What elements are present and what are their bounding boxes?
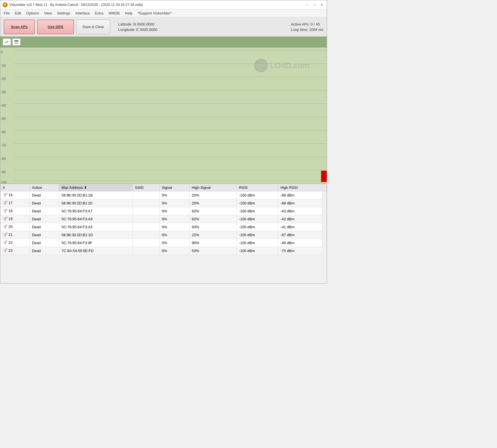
viewbar xyxy=(0,37,327,47)
table-row[interactable]: 17Dead58:96:30:2D:B1:200%20%-100 dBm-88 … xyxy=(1,199,327,207)
table-row[interactable]: 22Dead5C:76:95:64:F3:9F0%90%-100 dBm-46 … xyxy=(1,239,327,247)
col-ssid[interactable]: SSID xyxy=(133,184,159,191)
col-rssi[interactable]: RSSI xyxy=(237,184,278,191)
watermark-icon xyxy=(254,59,268,72)
sort-icon: ⬆ xyxy=(84,185,87,190)
cell-ssid xyxy=(133,239,159,247)
cell-ssid xyxy=(133,231,159,239)
cell-signal: 0% xyxy=(159,231,189,239)
cell-high-rssi: -46 dBm xyxy=(278,239,322,247)
table-row[interactable]: 23Dead7C:9A:54:55:5E:FD0%53%-100 dBm-75 … xyxy=(1,247,327,255)
menu-help[interactable]: Help xyxy=(123,10,135,16)
cell-high-rssi: -87 dBm xyxy=(278,231,322,239)
close-button[interactable]: ✕ xyxy=(319,2,324,7)
col-high-signal[interactable]: High Signal xyxy=(189,184,237,191)
menu-view[interactable]: View xyxy=(42,10,54,16)
col-num[interactable]: # xyxy=(1,184,30,191)
svg-point-23 xyxy=(5,236,6,236)
svg-point-8 xyxy=(5,196,6,197)
save-clear-button[interactable]: Save & Clear xyxy=(76,20,110,34)
cell-high-rssi: -41 dBm xyxy=(278,223,322,231)
menubar: File Edit Options View Settings Interfac… xyxy=(0,9,327,17)
app-icon: V xyxy=(3,2,8,7)
watermark-text: LO4D.com xyxy=(270,61,310,70)
cell-mac: 5C:76:95:64:F3:A9 xyxy=(59,215,133,223)
cell-num: 20 xyxy=(1,223,30,231)
svg-point-29 xyxy=(5,252,6,252)
menu-edit[interactable]: Edit xyxy=(12,10,23,16)
menu-wifidb[interactable]: WifiDB xyxy=(106,10,122,16)
menu-interface[interactable]: Interface xyxy=(73,10,92,16)
cell-ssid xyxy=(133,223,159,231)
table-row[interactable]: 19Dead5C:76:95:64:F3:A90%92%-100 dBm-42 … xyxy=(1,215,327,223)
menu-extra[interactable]: Extra xyxy=(93,10,106,16)
minimize-button[interactable]: ─ xyxy=(305,2,310,7)
col-active[interactable]: Active xyxy=(29,184,59,191)
wifi-row-icon xyxy=(3,232,7,237)
titlebar: V Vistumbler v10.7 Beta 11 - By Andrew C… xyxy=(0,0,327,9)
cell-active: Dead xyxy=(29,239,59,247)
cell-high-signal: 92% xyxy=(189,207,237,215)
svg-point-26 xyxy=(5,244,6,244)
cell-mac: 5C:76:95:64:F3:A5 xyxy=(59,223,133,231)
cell-num: 22 xyxy=(1,239,30,247)
col-signal[interactable]: Signal xyxy=(159,184,189,191)
cell-high-rssi: -75 dBm xyxy=(278,247,322,255)
wifi-row-icon xyxy=(3,200,7,205)
toolbar-info: Latitude: N 0000.0000 Longitude: E 0000.… xyxy=(112,22,260,32)
menu-options[interactable]: Options xyxy=(24,10,41,16)
y-label-20: -20 xyxy=(1,77,6,81)
cell-signal: 0% xyxy=(159,223,189,231)
svg-rect-1 xyxy=(14,41,18,42)
cell-high-signal: 93% xyxy=(189,223,237,231)
col-high-rssi[interactable]: High RSSI xyxy=(278,184,322,191)
cell-high-rssi: -88 dBm xyxy=(278,199,322,207)
cell-active: Dead xyxy=(29,199,59,207)
cell-num: 21 xyxy=(1,231,30,239)
cell-high-rssi: -43 dBm xyxy=(278,207,322,215)
maximize-button[interactable]: □ xyxy=(312,2,317,7)
table-row[interactable]: 16Dead58:96:30:2D:B1:1B0%20%-100 dBm-88 … xyxy=(1,191,327,199)
menu-file[interactable]: File xyxy=(1,10,12,16)
cell-signal: 0% xyxy=(159,207,189,215)
grid-line-90 xyxy=(14,170,327,170)
table-view-button[interactable] xyxy=(12,38,21,46)
use-gps-button[interactable]: Use GPS xyxy=(37,20,74,34)
table-row[interactable]: 18Dead5C:76:95:64:F3:A70%92%-100 dBm-43 … xyxy=(1,207,327,215)
grid-line-40 xyxy=(14,103,327,104)
cell-signal: 0% xyxy=(159,239,189,247)
wifi-row-icon xyxy=(3,208,7,213)
cell-ssid xyxy=(133,207,159,215)
watermark: LO4D.com xyxy=(254,59,310,72)
cell-high-signal: 22% xyxy=(189,231,237,239)
table-row[interactable]: 20Dead5C:76:95:64:F3:A50%93%-100 dBm-41 … xyxy=(1,223,327,231)
signal-indicator xyxy=(321,171,327,182)
cell-rssi: -100 dBm xyxy=(237,215,278,223)
cell-active: Dead xyxy=(29,207,59,215)
titlebar-controls[interactable]: ─ □ ✕ xyxy=(305,2,324,7)
menu-settings[interactable]: Settings xyxy=(55,10,73,16)
y-label-60: -60 xyxy=(1,130,6,134)
cell-high-signal: 20% xyxy=(189,191,237,199)
cell-high-signal: 53% xyxy=(189,247,237,255)
grid-line-30 xyxy=(14,90,327,90)
col-mac[interactable]: Mac Address ⬆ xyxy=(59,184,133,191)
table-row[interactable]: 21Dead58:96:30:2D:B1:1D0%22%-100 dBm-87 … xyxy=(1,231,327,239)
svg-point-11 xyxy=(5,204,6,205)
titlebar-left: V Vistumbler v10.7 Beta 11 - By Andrew C… xyxy=(3,2,143,7)
cell-mac: 58:96:30:2D:B1:1B xyxy=(59,191,133,199)
cell-rssi: -100 dBm xyxy=(237,247,278,255)
cell-num: 16 xyxy=(1,191,30,199)
cell-signal: 0% xyxy=(159,215,189,223)
chart-view-button[interactable] xyxy=(3,38,11,46)
chart-area: 0 -10 -20 -30 -40 -50 xyxy=(0,47,327,183)
table-container[interactable]: # Active Mac Address ⬆ SSID Signal High … xyxy=(0,183,327,284)
cell-mac: 58:96:30:2D:B1:20 xyxy=(59,199,133,207)
cell-rssi: -100 dBm xyxy=(237,207,278,215)
y-label-90: -90 xyxy=(1,170,6,174)
menu-support[interactable]: *Support Vistumbler* xyxy=(135,10,174,16)
cell-ssid xyxy=(133,191,159,199)
cell-high-rssi: -42 dBm xyxy=(278,215,322,223)
cell-num: 17 xyxy=(1,199,30,207)
scan-aps-button[interactable]: Scan APs xyxy=(4,20,35,34)
